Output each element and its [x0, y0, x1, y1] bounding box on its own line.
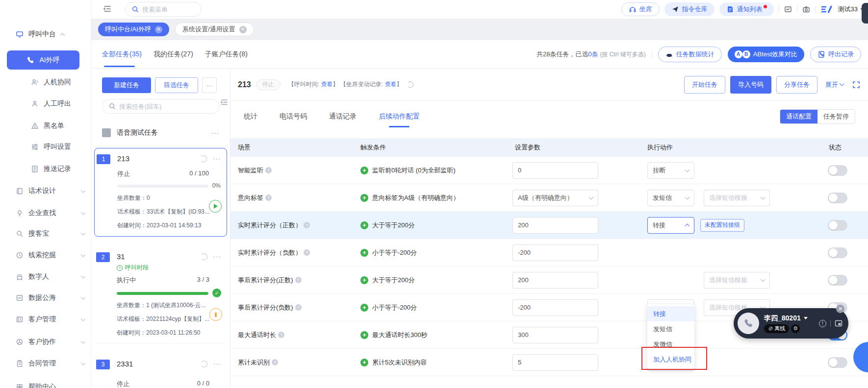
- add-condition-icon[interactable]: +: [360, 359, 368, 366]
- sidebar-item-human-machine[interactable]: 人机协同: [31, 76, 85, 88]
- action-select[interactable]: 发短信: [647, 190, 694, 206]
- menu-fold-icon[interactable]: [103, 5, 111, 12]
- import-numbers-button[interactable]: 导入号码: [730, 76, 771, 94]
- param-input[interactable]: 200: [512, 272, 598, 289]
- close-icon[interactable]: ✕: [239, 26, 247, 33]
- sms-template-select[interactable]: 选择短信模板: [704, 272, 770, 289]
- more-icon[interactable]: ···: [213, 360, 221, 367]
- dropdown-option-wechat[interactable]: 发微信: [647, 337, 694, 352]
- play-button[interactable]: [209, 200, 222, 213]
- view-link[interactable]: 查看: [321, 81, 332, 88]
- info-icon[interactable]: !: [819, 320, 826, 327]
- filter-task-button[interactable]: 筛选任务: [155, 77, 198, 93]
- collapse-task-list-icon[interactable]: [220, 98, 229, 106]
- tab-chip-system-settings[interactable]: 系统设置/通用设置 ✕: [175, 23, 254, 36]
- status-toggle[interactable]: [828, 247, 847, 258]
- sidebar-item-customer-management[interactable]: 客户管理: [16, 314, 85, 325]
- menu-search-input[interactable]: [142, 6, 191, 13]
- outbound-records-button[interactable]: 呼出记录: [810, 47, 861, 62]
- action-select-open[interactable]: 转接: [647, 217, 694, 234]
- tab-followup-actions[interactable]: 后续动作配置: [379, 112, 420, 121]
- add-condition-icon[interactable]: +: [360, 249, 368, 257]
- pause-button[interactable]: [209, 308, 222, 321]
- more-actions-button[interactable]: ···: [202, 77, 217, 93]
- status-toggle[interactable]: [828, 193, 847, 203]
- add-condition-icon[interactable]: +: [360, 167, 368, 174]
- tab-phone-numbers[interactable]: 电话号码: [280, 112, 307, 121]
- tab-call-records[interactable]: 通话记录: [329, 112, 357, 121]
- status-toggle[interactable]: [828, 165, 847, 176]
- status-toggle[interactable]: [828, 275, 847, 286]
- param-input[interactable]: 5: [512, 354, 598, 371]
- start-task-button[interactable]: 开始任务: [684, 76, 725, 94]
- sidebar-item-push-records[interactable]: 推送记录: [31, 163, 85, 175]
- view-link[interactable]: 查看: [384, 81, 396, 88]
- share-task-button[interactable]: 分享任务: [776, 76, 817, 94]
- transfer-group-tag[interactable]: 未配置转接组: [700, 219, 744, 232]
- agent-status-widget[interactable]: ✕ 李四_80201 ⊘ 离线 ⚙ !: [734, 308, 848, 339]
- sidebar-item-lead-mining[interactable]: 线索挖掘: [16, 249, 85, 261]
- close-icon[interactable]: ✕: [155, 26, 162, 33]
- param-select[interactable]: A级（有明确意向）: [512, 190, 598, 206]
- add-condition-icon[interactable]: +: [360, 331, 368, 339]
- status-toggle[interactable]: [828, 357, 847, 368]
- notification-list-button[interactable]: 通知列表: [719, 2, 774, 16]
- sidebar-item-ai-outbound[interactable]: AI外呼: [7, 50, 79, 70]
- seat-button[interactable]: 坐席: [621, 2, 660, 16]
- dropdown-option-sms[interactable]: 发短信: [647, 321, 694, 337]
- param-input[interactable]: 300: [512, 327, 598, 343]
- sms-template-select[interactable]: 选择短信模板: [704, 190, 770, 206]
- sidebar-group-call-center[interactable]: 呼叫中台: [16, 28, 85, 40]
- param-input[interactable]: 200: [512, 217, 598, 234]
- fullscreen-icon[interactable]: [852, 81, 860, 89]
- more-icon[interactable]: ···: [213, 253, 221, 260]
- add-condition-icon[interactable]: +: [360, 304, 368, 312]
- side-drawer-handle[interactable]: [862, 3, 868, 24]
- sidebar-item-script-design[interactable]: 话术设计: [16, 185, 85, 197]
- close-icon[interactable]: ✕: [836, 305, 844, 313]
- dropdown-option-transfer[interactable]: 转接: [647, 306, 694, 321]
- tab-statistics[interactable]: 统计: [244, 112, 257, 121]
- camera-icon[interactable]: [802, 5, 810, 13]
- dashboard-icon[interactable]: [784, 5, 792, 13]
- status-toggle[interactable]: [828, 220, 847, 231]
- user-menu[interactable]: 测试33: [838, 5, 864, 14]
- refresh-icon[interactable]: [201, 253, 207, 260]
- tab-my-tasks[interactable]: 我的任务(27): [153, 50, 193, 59]
- task-card-31[interactable]: 2 31 ··· 呼叫时段 执行中 3 / 3 ✓ 坐席数量：1 (测试坐席10…: [94, 246, 227, 344]
- menu-search[interactable]: [125, 2, 202, 17]
- task-data-stats-button[interactable]: 任务数据统计: [658, 47, 722, 62]
- param-input[interactable]: -200: [512, 244, 598, 261]
- tab-all-tasks[interactable]: 全部任务(35): [102, 50, 142, 59]
- pip-icon[interactable]: [835, 320, 842, 327]
- task-search[interactable]: [102, 99, 220, 114]
- expand-button[interactable]: 展开: [825, 80, 843, 89]
- param-input[interactable]: 0: [512, 162, 598, 179]
- sidebar-item-manual-outbound[interactable]: 人工呼出: [31, 98, 85, 110]
- task-card-2331[interactable]: 3 2331 ··· 停止 0 / 0 0%: [94, 354, 227, 388]
- group-more-icon[interactable]: ···: [211, 129, 219, 137]
- sidebar-item-digital-human[interactable]: 数字人: [16, 271, 85, 283]
- more-icon[interactable]: ···: [213, 155, 221, 162]
- agent-name[interactable]: 李四_80201: [764, 314, 808, 323]
- new-task-button[interactable]: 新建任务: [102, 77, 151, 93]
- command-repo-button[interactable]: 指令仓库: [664, 2, 715, 16]
- task-card-213[interactable]: 1 213 ··· 停止 0 / 100 0% 坐席数量：0 话术模板：33话术…: [94, 148, 227, 237]
- refresh-icon[interactable]: [201, 361, 207, 367]
- refresh-icon[interactable]: [200, 155, 207, 162]
- refresh-icon[interactable]: [407, 81, 413, 88]
- abtest-compare-button[interactable]: A B ABtest效果对比: [728, 47, 804, 62]
- sidebar-item-help-center[interactable]: 帮助中心: [16, 381, 85, 388]
- task-search-input[interactable]: [119, 103, 207, 110]
- sidebar-item-contract-management[interactable]: 合同管理: [16, 358, 85, 369]
- sidebar-item-company-search[interactable]: 企业查找: [16, 207, 85, 219]
- sidebar-item-call-settings[interactable]: 呼叫设置: [31, 141, 85, 153]
- add-condition-icon[interactable]: +: [360, 221, 368, 229]
- sidebar-item-customer-finder[interactable]: 搜客宝: [16, 228, 85, 240]
- segment-task-pause[interactable]: 任务暂停: [817, 110, 855, 123]
- segment-call-config[interactable]: 通话配置: [780, 110, 817, 123]
- action-select[interactable]: 挂断: [647, 162, 694, 179]
- tab-chip-ai-outbound[interactable]: 呼叫中台/AI外呼 ✕: [98, 23, 169, 36]
- sidebar-item-blacklist[interactable]: 黑名单: [31, 120, 85, 132]
- param-input[interactable]: -200: [512, 299, 598, 316]
